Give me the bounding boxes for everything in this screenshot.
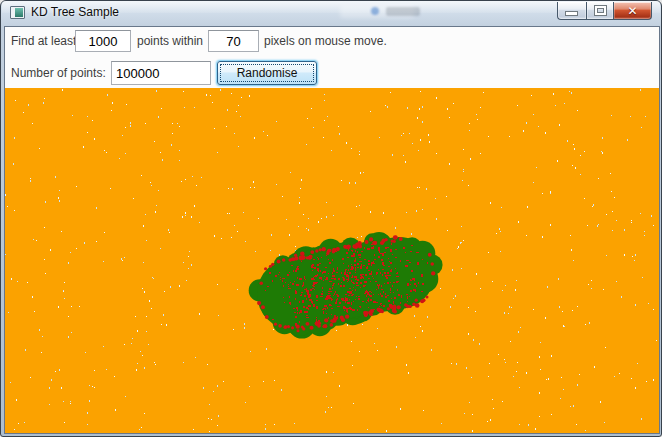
maximize-icon bbox=[595, 6, 606, 15]
pixels-on-mouse-move-label: pixels on mouse move. bbox=[264, 30, 387, 52]
points-within-label: points within bbox=[137, 30, 203, 52]
aero-glass-ghost bbox=[340, 5, 414, 18]
app-icon bbox=[10, 6, 25, 19]
point-count-input[interactable] bbox=[111, 61, 211, 85]
min-points-input[interactable] bbox=[75, 30, 131, 52]
find-at-least-label: Find at least bbox=[11, 30, 76, 52]
aero-glass-ghost-smudge bbox=[386, 7, 420, 16]
maximize-button[interactable] bbox=[586, 2, 614, 20]
aero-glass-ghost-dot bbox=[371, 7, 379, 15]
randomise-button[interactable]: Randomise bbox=[217, 61, 317, 85]
randomise-button-label: Randomise bbox=[237, 66, 298, 80]
app-window: KD Tree Sample ✕ Find at least points wi… bbox=[0, 0, 662, 437]
radius-input[interactable] bbox=[208, 30, 259, 52]
minimize-button[interactable] bbox=[557, 2, 586, 20]
close-button[interactable]: ✕ bbox=[614, 2, 652, 20]
minimize-icon bbox=[566, 12, 577, 15]
number-of-points-label: Number of points: bbox=[11, 61, 106, 85]
controls-panel: Find at least points within pixels on mo… bbox=[5, 27, 659, 88]
client-area: Find at least points within pixels on mo… bbox=[4, 26, 660, 434]
close-icon: ✕ bbox=[614, 4, 651, 18]
window-title: KD Tree Sample bbox=[31, 5, 119, 19]
title-bar[interactable]: KD Tree Sample ✕ bbox=[2, 1, 660, 26]
kd-tree-point-canvas[interactable] bbox=[5, 88, 659, 433]
